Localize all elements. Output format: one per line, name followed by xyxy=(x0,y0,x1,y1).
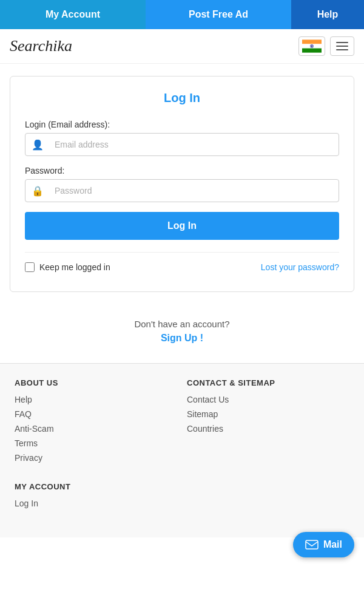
country-flag-button[interactable] xyxy=(298,36,325,56)
keep-logged-text: Keep me logged in xyxy=(39,262,110,272)
email-input-wrapper: 👤 xyxy=(25,133,339,156)
hamburger-menu-button[interactable] xyxy=(330,36,354,56)
signup-link[interactable]: Sign Up ! xyxy=(161,333,203,343)
footer-link-contact-us[interactable]: Contact Us xyxy=(187,395,349,404)
login-button[interactable]: Log In xyxy=(25,212,339,240)
login-footer: Keep me logged in Lost your password? xyxy=(25,252,339,272)
hamburger-line-1 xyxy=(336,42,348,43)
site-footer: ABOUT US Help FAQ Anti-Scam Terms Privac… xyxy=(0,363,364,537)
email-input[interactable] xyxy=(50,134,339,155)
mail-icon xyxy=(305,540,318,550)
footer-link-faq[interactable]: FAQ xyxy=(15,409,177,419)
user-icon: 👤 xyxy=(25,139,50,151)
footer-link-countries[interactable]: Countries xyxy=(187,424,349,434)
email-label: Login (Email address): xyxy=(25,120,339,129)
hamburger-line-2 xyxy=(336,46,348,47)
footer-link-anti-scam[interactable]: Anti-Scam xyxy=(15,424,177,434)
footer-link-privacy[interactable]: Privacy xyxy=(15,453,177,463)
footer-grid: ABOUT US Help FAQ Anti-Scam Terms Privac… xyxy=(10,378,354,528)
keep-logged-label[interactable]: Keep me logged in xyxy=(25,262,110,272)
site-logo: Searchika xyxy=(10,37,72,55)
mail-fab-button[interactable]: Mail xyxy=(293,532,354,557)
footer-my-account-col: MY ACCOUNT Log In xyxy=(10,482,182,528)
password-input-wrapper: 🔒 xyxy=(25,179,339,202)
signup-question: Don't have an account? xyxy=(0,319,364,329)
mail-fab-label: Mail xyxy=(323,539,342,550)
email-form-group: Login (Email address): 👤 xyxy=(25,120,339,156)
footer-contact-col: CONTACT & SITEMAP Contact Us Sitemap Cou… xyxy=(182,378,354,482)
password-form-group: Password: 🔒 xyxy=(25,166,339,202)
signup-section: Don't have an account? Sign Up ! xyxy=(0,304,364,363)
footer-link-terms[interactable]: Terms xyxy=(15,438,177,448)
footer-contact-heading: CONTACT & SITEMAP xyxy=(187,378,349,387)
post-free-ad-nav[interactable]: Post Free Ad xyxy=(146,0,291,29)
footer-my-account-heading: MY ACCOUNT xyxy=(15,482,177,491)
svg-rect-2 xyxy=(302,49,322,53)
footer-link-log-in[interactable]: Log In xyxy=(15,499,177,508)
header-actions xyxy=(298,36,354,56)
footer-about-col: ABOUT US Help FAQ Anti-Scam Terms Privac… xyxy=(10,378,182,482)
password-input[interactable] xyxy=(50,180,339,202)
keep-logged-checkbox[interactable] xyxy=(25,262,35,272)
top-nav: My Account Post Free Ad Help xyxy=(0,0,364,29)
svg-rect-14 xyxy=(306,540,318,549)
site-header: Searchika xyxy=(0,29,364,64)
lock-icon: 🔒 xyxy=(25,185,50,197)
footer-link-sitemap[interactable]: Sitemap xyxy=(187,409,349,419)
lost-password-link[interactable]: Lost your password? xyxy=(261,262,339,272)
help-nav[interactable]: Help xyxy=(291,0,364,29)
login-title: Log In xyxy=(25,91,339,105)
my-account-nav[interactable]: My Account xyxy=(0,0,146,29)
footer-link-help[interactable]: Help xyxy=(15,395,177,404)
svg-rect-0 xyxy=(302,39,322,44)
password-label: Password: xyxy=(25,166,339,175)
login-card: Log In Login (Email address): 👤 Password… xyxy=(10,76,354,292)
hamburger-line-3 xyxy=(336,49,348,50)
footer-about-heading: ABOUT US xyxy=(15,378,177,387)
